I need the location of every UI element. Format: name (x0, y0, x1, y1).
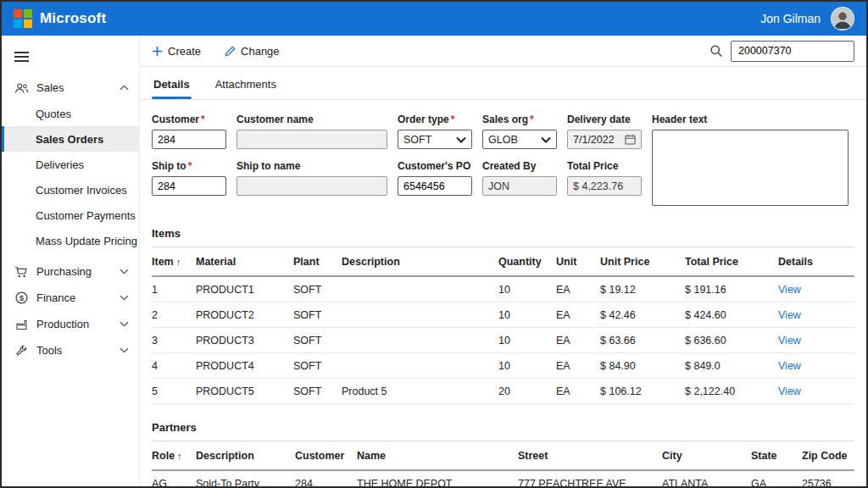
sidebar-item-production[interactable]: Production (2, 311, 139, 337)
view-link[interactable]: View (778, 360, 854, 372)
tab-attachments[interactable]: Attachments (214, 67, 278, 99)
unit-price-cell: $ 84.90 (600, 360, 685, 372)
view-link[interactable]: View (778, 309, 854, 321)
partners-section: Partners Role↑ Description Customer Name… (140, 416, 866, 486)
sidebar-item-finance[interactable]: $ Finance (2, 285, 139, 311)
sort-ascending-icon: ↑ (177, 451, 182, 461)
delivery-date-value: 7/1/2022 (573, 134, 615, 146)
chevron-down-icon (541, 136, 551, 143)
sidebar-item-label: Sales (36, 81, 120, 94)
search-input[interactable] (731, 41, 854, 62)
user-name: Jon Gilman (760, 12, 821, 25)
material-cell: PRODUCT2 (196, 309, 293, 321)
sidebar-item-label: Deliveries (36, 158, 84, 171)
table-row: 4 PRODUCT4 SOFT 10 EA $ 84.90 $ 849.0 Vi… (152, 353, 854, 379)
column-header-quantity[interactable]: Quantity (498, 256, 556, 268)
description-cell: Product 5 (342, 385, 498, 397)
delivery-date-field[interactable]: 7/1/2022 (567, 130, 642, 149)
sidebar-item-deliveries[interactable]: Deliveries (2, 152, 139, 177)
ship-to-field[interactable] (152, 176, 226, 196)
header-text-field[interactable] (652, 130, 849, 206)
partners-section-title: Partners (152, 416, 854, 441)
total-price-cell: $ 636.60 (685, 335, 778, 347)
column-header-street[interactable]: Street (518, 450, 662, 462)
column-header-description[interactable]: Description (342, 256, 498, 268)
customer-name-field (236, 130, 387, 149)
column-header-state[interactable]: State (751, 450, 802, 462)
zip-code-cell: 25736 (802, 478, 854, 487)
sidebar-item-purchasing[interactable]: Purchasing (2, 258, 139, 285)
create-button[interactable]: Create (152, 45, 201, 58)
total-price-cell: $ 849.0 (685, 360, 778, 372)
column-header-item[interactable]: Item↑ (152, 256, 196, 268)
column-header-unit-price[interactable]: Unit Price (600, 256, 685, 268)
view-link[interactable]: View (778, 284, 854, 296)
quantity-cell: 10 (498, 284, 556, 296)
total-price-cell: $ 191.16 (685, 284, 778, 296)
plant-cell: SOFT (293, 284, 342, 296)
column-header-details[interactable]: Details (778, 256, 854, 268)
sidebar-item-label: Finance (36, 291, 120, 304)
sidebar-item-label: Production (36, 318, 120, 330)
customers-po-field[interactable] (398, 176, 472, 196)
view-link[interactable]: View (778, 385, 854, 397)
column-header-customer[interactable]: Customer (295, 450, 357, 462)
quantity-cell: 20 (498, 385, 556, 397)
sidebar-item-customer-invoices[interactable]: Customer Invoices (2, 177, 139, 202)
search-icon[interactable] (709, 44, 723, 58)
column-header-material[interactable]: Material (196, 256, 293, 268)
unit-price-cell: $ 63.66 (600, 335, 685, 347)
plant-cell: SOFT (293, 385, 342, 397)
column-header-city[interactable]: City (662, 450, 751, 462)
sidebar-item-label: Mass Update Pricing (36, 235, 137, 247)
avatar[interactable] (831, 7, 854, 30)
column-header-role[interactable]: Role↑ (152, 450, 196, 462)
column-header-unit[interactable]: Unit (556, 256, 600, 268)
field-label: Total Price (567, 160, 642, 172)
sidebar-item-label: Customer Invoices (36, 184, 127, 197)
unit-cell: EA (556, 309, 600, 321)
unit-cell: EA (556, 360, 600, 372)
field-label: Header text (652, 114, 849, 125)
tab-details[interactable]: Details (152, 67, 192, 99)
material-cell: PRODUCT3 (196, 335, 293, 347)
sidebar-item-label: Quotes (36, 108, 71, 120)
items-table-header: Item↑ Material Plant Description Quantit… (152, 247, 854, 277)
field-label: Ship to* (152, 160, 226, 172)
order-type-select[interactable]: SOFT (398, 130, 472, 149)
chevron-down-icon (120, 347, 129, 353)
sales-org-select[interactable]: GLOB (482, 130, 557, 149)
sidebar-item-customer-payments[interactable]: Customer Payments (2, 202, 139, 228)
field-label: Created By (482, 160, 557, 172)
total-price-field (567, 176, 642, 196)
sidebar-item-tools[interactable]: Tools (2, 337, 139, 363)
items-section-title: Items (152, 222, 854, 247)
material-cell: PRODUCT4 (196, 360, 293, 372)
sidebar-item-label: Sales Orders (36, 133, 103, 146)
column-header-description[interactable]: Description (196, 450, 295, 462)
customer-field[interactable] (152, 130, 226, 149)
field-label: Order type* (398, 114, 472, 125)
sidebar-item-sales-orders[interactable]: Sales Orders (2, 126, 139, 152)
change-button[interactable]: Change (225, 45, 280, 58)
ship-to-name-field (236, 176, 387, 196)
field-label: Customer name (236, 114, 387, 125)
sales-org-value: GLOB (488, 134, 518, 146)
sidebar-item-mass-update-pricing[interactable]: Mass Update Pricing (2, 228, 139, 253)
column-header-name[interactable]: Name (357, 450, 518, 462)
brand-title: Microsoft (40, 10, 106, 27)
sidebar-item-quotes[interactable]: Quotes (2, 101, 139, 126)
hamburger-menu-icon[interactable] (2, 41, 42, 75)
factory-icon (14, 319, 29, 330)
column-header-total-price[interactable]: Total Price (685, 256, 778, 268)
field-label: Sales org* (482, 114, 557, 125)
column-header-zip-code[interactable]: Zip Code (802, 450, 854, 462)
view-link[interactable]: View (778, 335, 854, 347)
plant-cell: SOFT (293, 335, 342, 347)
role-cell: AG (152, 478, 196, 487)
column-header-plant[interactable]: Plant (293, 256, 342, 268)
sidebar-item-label: Purchasing (36, 265, 120, 278)
sidebar-item-sales[interactable]: Sales (2, 75, 139, 101)
name-cell: THE HOME DEPOT (357, 478, 518, 487)
tab-bar: Details Attachments (140, 67, 866, 100)
